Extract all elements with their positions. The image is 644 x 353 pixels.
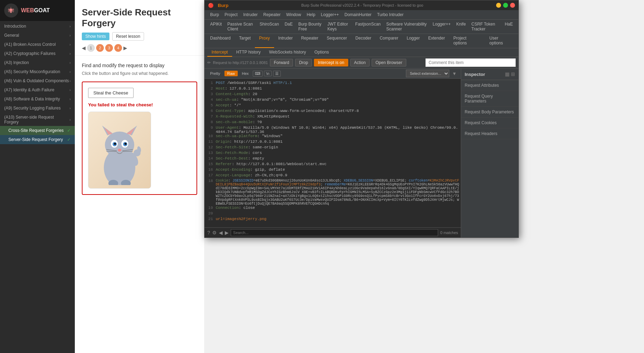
inspector-cookies[interactable]: Request Cookies [461, 118, 518, 128]
sidebar-item-a6[interactable]: (A6) Vuln & Outdated Components › [0, 76, 75, 85]
menu-dae[interactable]: DaE [282, 21, 295, 33]
editor-tabs: Pretty Raw Hex ⌨ \n ☰ Select extension..… [205, 69, 461, 79]
subtab-http-history[interactable]: HTTP history [232, 48, 265, 57]
subtab-intercept[interactable]: Intercept [207, 48, 232, 57]
sidebar-item-a2[interactable]: (A2) Cryptographic Failures › [0, 48, 75, 57]
intercept-toolbar: ✏ Request to http://127.0.0.1:8081 Forwa… [205, 57, 518, 69]
menu-logger[interactable]: Logger++ [318, 11, 342, 18]
show-hints-button[interactable]: Show hints [82, 33, 109, 40]
menu-passive-scan[interactable]: Passive Scan Client [224, 21, 257, 33]
tab-repeater[interactable]: Repeater [297, 34, 322, 48]
code-line-18: 18 Cookie: JSESSIONID=eE7uDkd30GBNHnozj2… [205, 179, 461, 206]
svg-point-10 [114, 143, 116, 145]
menu-csrf[interactable]: CSRF Token Tracker [468, 21, 502, 33]
menu-help[interactable]: Help [304, 11, 318, 18]
inspector-request-attributes[interactable]: Request Attributes [461, 80, 518, 91]
sidebar-item-ssrf[interactable]: Server-Side Request Forgery ✓ [0, 135, 75, 144]
inspector-headers[interactable]: Request Headers [461, 128, 518, 139]
nav-page-4[interactable]: 4 [114, 44, 122, 52]
code-line-6: 6 Content-Type: application/x-www-form-u… [205, 109, 461, 114]
close-button[interactable] [510, 3, 515, 8]
comment-input[interactable] [425, 58, 516, 67]
editor-tab-raw[interactable]: Raw [224, 71, 238, 76]
request-code-area[interactable]: 1 POST /WebGoat/SSRF/task1 HTTP/1.1 2 Ho… [205, 79, 461, 227]
inspector-expand-icon[interactable]: ⊞ [511, 71, 515, 77]
menu-intruder[interactable]: Intruder [241, 11, 260, 18]
sidebar-item-introduction[interactable]: Introduction › [0, 21, 75, 30]
tab-proxy[interactable]: Proxy [255, 34, 274, 48]
extension-dropdown-icon[interactable]: ▼ [451, 70, 458, 77]
menu-burp[interactable]: Burp [207, 11, 222, 18]
inspector-grid-icon[interactable]: ▦ [505, 71, 509, 77]
action-button[interactable]: Action [350, 59, 370, 66]
nav-next-arrow[interactable]: ▶ [123, 45, 127, 51]
menu-apikit[interactable]: APIKit [207, 21, 224, 33]
sidebar-item-a1[interactable]: (A1) Broken Access Control › [0, 39, 75, 48]
tab-intruder[interactable]: Intruder [274, 34, 297, 48]
menu-svs[interactable]: Software Vulnerability Scanner [384, 21, 430, 33]
menu-shiroscan[interactable]: ShiroScan [257, 21, 282, 33]
drop-button[interactable]: Drop [295, 59, 312, 66]
extension-selector[interactable]: Select extension... [406, 70, 449, 77]
sidebar-item-a8[interactable]: (A8) Software & Data Integrity › [0, 94, 75, 103]
sidebar-item-a7[interactable]: (A7) Identity & Auth Failure › [0, 85, 75, 94]
sidebar-item-a3[interactable]: (A3) Injection › [0, 57, 75, 66]
search-prev-icon[interactable]: ◀ [219, 230, 223, 235]
menu-burp-bounty[interactable]: Burp Bounty Free [295, 21, 324, 33]
search-next-icon[interactable]: ▶ [225, 230, 229, 235]
nav-page-1[interactable]: 1 [87, 44, 95, 52]
search-input[interactable] [231, 229, 438, 236]
app-name: WEBGOAT [21, 7, 50, 14]
sidebar-item-csrf[interactable]: Cross-Site Request Forgeries ✓ [0, 126, 75, 135]
menu-hae[interactable]: HaE [502, 21, 516, 33]
settings-icon[interactable]: ⚙ [212, 230, 217, 235]
menu-project[interactable]: Project [222, 11, 240, 18]
menu-fastjson[interactable]: FastjsonScan [352, 21, 384, 33]
code-line-5: 5 Accept: */* [205, 103, 461, 109]
editor-tab-menu[interactable]: ☰ [273, 71, 281, 77]
tab-target[interactable]: Target [235, 34, 255, 48]
tab-user-options[interactable]: User options [485, 34, 517, 48]
forward-button[interactable]: Forward [270, 59, 293, 66]
code-line-10: 10 sec-ch-ua-platform: "Windows" [205, 134, 461, 140]
tab-dashboard[interactable]: Dashboard [206, 34, 235, 48]
subtab-websockets[interactable]: WebSockets history [265, 48, 310, 57]
editor-tab-newline[interactable]: \n [264, 71, 271, 76]
subtab-options[interactable]: Options [310, 48, 333, 57]
menu-window[interactable]: Window [283, 11, 304, 18]
open-browser-button[interactable]: Open Browser [372, 59, 406, 66]
tab-decoder[interactable]: Decoder [351, 34, 375, 48]
tab-sequencer[interactable]: Sequencer [323, 34, 351, 48]
menu-domainhunter[interactable]: DomainHunter [342, 11, 374, 18]
menu-logger2[interactable]: Logger++ [430, 21, 453, 33]
sidebar-item-a10[interactable]: (A10) Server-side Request Forgery › [0, 112, 75, 126]
sidebar-item-a5[interactable]: (A5) Security Misconfiguration › [0, 66, 75, 76]
maximize-button[interactable] [503, 3, 508, 8]
menu-knife[interactable]: Knife [453, 21, 468, 33]
inspector-body-params[interactable]: Request Body Parameters [461, 107, 518, 118]
editor-tab-pretty[interactable]: Pretty [207, 71, 223, 76]
code-line-19: 19 Connection: close [205, 206, 461, 211]
reset-lesson-button[interactable]: Reset lesson [112, 32, 144, 41]
tab-logger[interactable]: Logger [402, 34, 424, 48]
sidebar-item-a9[interactable]: (A9) Security Logging Failures › [0, 103, 75, 112]
menu-repeater[interactable]: Repeater [260, 11, 283, 18]
tab-extender[interactable]: Extender [424, 34, 449, 48]
help-icon[interactable]: ? [207, 230, 210, 235]
app-logo: 🕷 WEBGOAT [0, 0, 75, 21]
tab-project-options[interactable]: Project options [449, 34, 485, 48]
code-line-3: 3 Content-Length: 20 [205, 92, 461, 98]
minimize-button[interactable] [496, 3, 501, 8]
sidebar-item-general[interactable]: General › [0, 30, 75, 39]
tab-comparer[interactable]: Comparer [375, 34, 402, 48]
editor-tab-format[interactable]: ⌨ [253, 71, 263, 77]
nav-prev-arrow[interactable]: ◀ [82, 45, 86, 51]
menu-turbointruder[interactable]: Turbo Intruder [374, 11, 407, 18]
nav-page-2[interactable]: 2 [96, 44, 104, 52]
editor-tab-hex[interactable]: Hex [239, 71, 252, 76]
nav-page-3[interactable]: 3 [105, 44, 113, 52]
menu-jwt[interactable]: JWT Editor Keys [324, 21, 352, 33]
steal-cheese-button[interactable]: Steal the Cheese [88, 88, 134, 98]
intercept-on-button[interactable]: Intercept is on [314, 59, 348, 66]
inspector-query-params[interactable]: Request Query Parameters [461, 91, 518, 107]
